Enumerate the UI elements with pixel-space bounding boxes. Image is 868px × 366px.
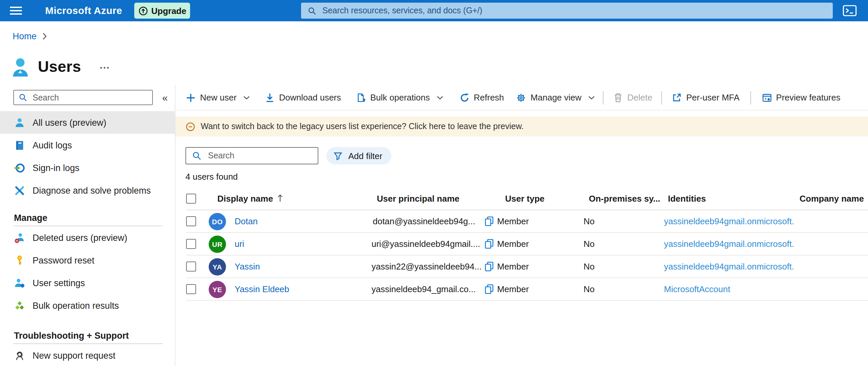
bulk-operations-button[interactable]: Bulk operations <box>355 92 443 103</box>
row-checkbox[interactable] <box>186 284 196 294</box>
command-bar: New user Download users Bulk operations <box>176 85 868 110</box>
search-icon <box>192 151 202 160</box>
sidebar-search-box[interactable] <box>13 90 153 105</box>
column-header-upn[interactable]: User principal name <box>372 193 497 203</box>
brand-microsoft-azure[interactable]: Microsoft Azure <box>45 0 122 21</box>
page-title: Users <box>38 58 81 76</box>
breadcrumb-home-link[interactable]: Home <box>12 31 36 41</box>
bulk-operations-icon <box>355 92 366 103</box>
audit-logs-icon <box>14 139 25 151</box>
sidebar-item-user-settings[interactable]: User settings <box>0 272 175 294</box>
filter-row: Add filter <box>185 147 868 164</box>
azure-portal-window: Microsoft Azure Upgrade Home Users ... <box>0 0 868 366</box>
copy-icon[interactable] <box>485 216 497 226</box>
gear-icon <box>516 92 527 103</box>
list-search-box[interactable] <box>185 147 318 164</box>
sidebar-item-bulk-operation-results[interactable]: Bulk operation results <box>0 294 175 317</box>
sidebar-item-new-support-request[interactable]: New support request <box>0 344 175 366</box>
identities-link[interactable]: yassineldeeb94gmail.onmicrosoft. <box>664 261 798 272</box>
preview-features-button[interactable]: Preview features <box>761 92 840 103</box>
select-all-checkbox[interactable] <box>186 193 196 203</box>
user-name-link[interactable]: Yassin <box>235 261 260 272</box>
preview-banner: Want to switch back to the legacy users … <box>176 116 868 136</box>
user-principal-name: yassin22@yassineldeeb94... <box>372 261 485 272</box>
hamburger-menu-icon[interactable] <box>10 7 22 15</box>
table-row[interactable]: YA Yassin yassin22@yassineldeeb94... Mem… <box>186 256 868 278</box>
page-overflow-menu[interactable]: ... <box>100 60 110 71</box>
copy-icon[interactable] <box>485 261 497 272</box>
toolbar-divider <box>603 91 603 104</box>
filter-funnel-icon <box>333 151 343 161</box>
breadcrumb: Home <box>12 31 47 41</box>
copy-icon[interactable] <box>485 284 497 294</box>
sidebar-item-all-users[interactable]: All users (preview) <box>0 111 175 134</box>
avatar: YA <box>209 258 226 275</box>
global-search-input[interactable] <box>321 5 833 16</box>
sidebar-item-diagnose[interactable]: Diagnose and solve problems <box>0 179 175 202</box>
identities-link[interactable]: yassineldeeb94gmail.onmicrosoft. <box>664 239 798 249</box>
on-premises-sync: No <box>584 239 664 249</box>
sidebar: « All users (preview) Audit logs <box>0 85 176 366</box>
user-type: Member <box>497 239 584 249</box>
avatar: YE <box>209 281 226 298</box>
user-name-link[interactable]: Dotan <box>235 216 257 226</box>
page-header: Users ... <box>12 48 110 86</box>
user-principal-name: yassineldeeb94_gmail.co... <box>372 284 485 294</box>
manage-view-button[interactable]: Manage view <box>516 92 595 103</box>
banner-message[interactable]: Want to switch back to the legacy users … <box>201 122 524 131</box>
on-premises-sync: No <box>584 216 664 226</box>
add-filter-button[interactable]: Add filter <box>326 147 392 164</box>
column-header-company-name[interactable]: Company name <box>798 193 868 203</box>
copy-icon[interactable] <box>485 239 497 249</box>
plus-icon <box>185 92 196 103</box>
table-row[interactable]: YE Yassin Eldeeb yassineldeeb94_gmail.co… <box>186 278 868 301</box>
chevron-right-icon <box>42 33 47 40</box>
column-header-display-name[interactable]: Display name <box>209 193 372 203</box>
row-checkbox[interactable] <box>186 216 196 226</box>
trash-icon <box>613 92 623 103</box>
cloud-shell-icon[interactable] <box>843 5 857 17</box>
users-icon <box>14 117 25 128</box>
identities-link[interactable]: MicrosoftAccount <box>664 284 798 294</box>
table-row[interactable]: DO Dotan dotan@yassineldeeb94g... Member… <box>186 210 868 233</box>
diagnose-tools-icon <box>14 185 25 196</box>
search-icon <box>308 6 316 15</box>
column-header-identities[interactable]: Identities <box>664 193 798 203</box>
list-search-input[interactable] <box>207 150 318 161</box>
top-bar: Microsoft Azure Upgrade <box>0 0 868 21</box>
upgrade-button[interactable]: Upgrade <box>134 3 190 19</box>
download-icon <box>265 92 275 103</box>
upgrade-arrow-icon <box>138 6 148 16</box>
sidebar-nav: All users (preview) Audit logs Sign-in l… <box>0 111 175 366</box>
sidebar-item-sign-in-logs[interactable]: Sign-in logs <box>0 157 175 179</box>
sidebar-section-manage: Manage <box>0 208 175 223</box>
deleted-users-icon <box>14 232 25 243</box>
row-checkbox[interactable] <box>186 261 196 272</box>
row-checkbox[interactable] <box>186 239 196 249</box>
user-type: Member <box>497 261 584 272</box>
refresh-button[interactable]: Refresh <box>459 92 504 103</box>
sidebar-item-deleted-users[interactable]: Deleted users (preview) <box>0 226 175 249</box>
user-name-link[interactable]: uri <box>235 239 244 249</box>
new-user-button[interactable]: New user <box>185 92 250 103</box>
user-name-link[interactable]: Yassin Eldeeb <box>235 284 289 294</box>
global-search-bar[interactable] <box>301 3 833 19</box>
users-page-icon <box>12 57 29 77</box>
sidebar-search-input[interactable] <box>31 92 152 103</box>
search-icon <box>19 93 27 102</box>
sidebar-item-audit-logs[interactable]: Audit logs <box>0 134 175 157</box>
column-header-user-type[interactable]: User type <box>497 193 584 203</box>
chevron-down-icon <box>243 95 250 100</box>
per-user-mfa-button[interactable]: Per-user MFA <box>672 92 739 103</box>
user-type: Member <box>497 284 584 294</box>
chevron-down-icon <box>437 95 443 100</box>
table-row[interactable]: UR uri uri@yassineldeeb94gmail.... Membe… <box>186 233 868 256</box>
download-users-button[interactable]: Download users <box>265 92 341 103</box>
sidebar-collapse-button[interactable]: « <box>162 92 168 103</box>
column-header-on-premises[interactable]: On-premises sy... <box>584 193 664 203</box>
delete-button[interactable]: Delete <box>613 92 652 103</box>
avatar: DO <box>209 213 226 230</box>
chevron-down-icon <box>588 95 595 100</box>
sidebar-item-password-reset[interactable]: Password reset <box>0 249 175 272</box>
identities-link[interactable]: yassineldeeb94gmail.onmicrosoft. <box>664 216 798 226</box>
